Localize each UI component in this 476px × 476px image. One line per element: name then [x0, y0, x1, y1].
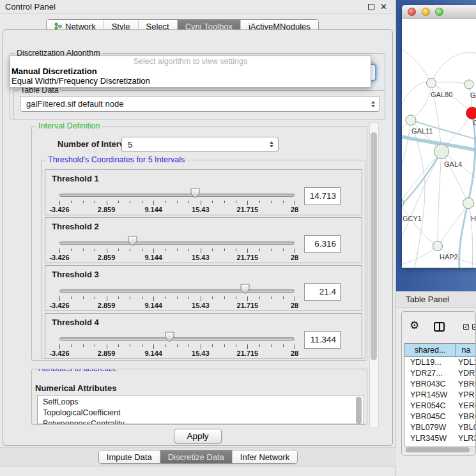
tick-mark — [177, 201, 178, 203]
minimize-traffic-light[interactable] — [422, 8, 430, 16]
slider-thumb[interactable] — [165, 332, 174, 342]
table-cell[interactable]: YBL079W — [405, 422, 456, 433]
apply-button[interactable]: Apply — [174, 429, 222, 443]
table-data-combo[interactable]: galFiltered.sif default node — [20, 96, 380, 112]
table-cell[interactable]: YBR045C — [405, 411, 456, 422]
table-cell[interactable]: YDR2 — [456, 368, 476, 379]
slider-thumb[interactable] — [190, 188, 200, 199]
tick-mark — [295, 201, 295, 205]
number-of-intervals-combo[interactable]: 5 — [121, 137, 279, 152]
tick-mark — [212, 296, 213, 299]
float-window-icon[interactable] — [368, 4, 374, 10]
network-node-c[interactable] — [466, 107, 476, 119]
gear-icon[interactable]: ⚙ — [410, 320, 419, 331]
table-cell[interactable]: YLR345W — [405, 433, 456, 444]
tick-mark — [165, 201, 166, 203]
tick-mark — [59, 344, 60, 349]
threshold-value-field[interactable]: 11.344 — [304, 331, 341, 349]
table-horizontal-scrollbar[interactable] — [404, 446, 476, 452]
tab-impute-data[interactable]: Impute Data — [99, 450, 160, 463]
tab-infer-network[interactable]: Infer Network — [232, 450, 297, 463]
scrollbar-thumb[interactable] — [371, 132, 377, 360]
network-node-h[interactable] — [463, 198, 474, 209]
slider-track[interactable] — [59, 289, 295, 293]
column-header-name[interactable]: na — [456, 344, 476, 357]
network-node-hap2[interactable] — [433, 242, 443, 251]
table-cell[interactable]: YDR27... — [405, 368, 456, 379]
slider-track[interactable] — [59, 242, 295, 245]
table-row[interactable]: YDL19...YDL1 — [405, 357, 476, 368]
threshold-label: Threshold 2 — [52, 222, 99, 231]
table-row[interactable]: YDR27...YDR2 — [405, 368, 476, 379]
tick-mark — [188, 249, 189, 251]
panel-title: Control Panel — [5, 0, 56, 14]
network-edge — [402, 82, 431, 109]
popup-option-equal-width-frequency-discretization[interactable]: Equal Width/Frequency Discretization — [12, 76, 369, 86]
tick-mark — [83, 296, 84, 299]
zoom-traffic-light[interactable] — [435, 8, 443, 16]
table-cell[interactable]: YDL19... — [405, 357, 456, 368]
slider-thumb[interactable] — [128, 236, 137, 247]
scrollbar-thumb[interactable] — [356, 397, 362, 424]
tick-mark — [201, 344, 201, 349]
table-cell[interactable]: YBR0 — [456, 379, 476, 390]
network-node-ga[interactable] — [464, 80, 473, 89]
slider-track[interactable] — [59, 194, 295, 197]
network-view-window[interactable]: GAL80GACGAL11GAL4GCY1HHAP2 — [402, 5, 476, 268]
table-cell[interactable]: YPR145W — [405, 390, 456, 401]
node-label: HAP2 — [440, 253, 458, 261]
column-split-icon[interactable] — [434, 322, 445, 332]
network-edge — [402, 120, 411, 174]
slider-ticks — [59, 296, 295, 302]
table-row[interactable]: YBR043CYBR0 — [405, 379, 476, 390]
tab-label: Impute Data — [107, 452, 152, 462]
table-row[interactable]: YPR145WYPR1 — [405, 390, 476, 401]
scrollbar-thumb[interactable] — [406, 447, 470, 452]
tick-mark — [188, 296, 189, 299]
table-cell[interactable]: YBL0 — [456, 422, 476, 433]
checkbox-icon[interactable]: ✓ — [463, 324, 469, 330]
table-row[interactable]: YBR045CYBR0 — [405, 411, 476, 422]
table-cell[interactable]: YER054C — [405, 401, 456, 411]
table-row[interactable]: YLR345WYLR3 — [405, 433, 476, 444]
network-node-gal11[interactable] — [406, 115, 416, 125]
network-edge — [431, 52, 476, 83]
table-row[interactable]: YBL079WYBL0 — [405, 422, 476, 433]
attribute-item-topologicalcoefficient[interactable]: TopologicalCoefficient — [43, 408, 364, 418]
slider-track[interactable] — [59, 337, 295, 341]
tick-mark — [283, 296, 284, 299]
network-node-gal4[interactable] — [434, 144, 449, 159]
threshold-value-field[interactable]: 14.713 — [304, 187, 341, 205]
checkbox-icon[interactable]: ✓ — [472, 324, 476, 330]
close-traffic-light[interactable] — [408, 8, 416, 16]
tick-mark — [118, 201, 119, 203]
stepper-arrows-icon — [371, 101, 375, 107]
tick-mark — [259, 201, 260, 203]
table-cell[interactable]: YDL1 — [456, 357, 476, 368]
tick-mark — [153, 201, 154, 205]
tick-mark — [201, 201, 201, 205]
threshold-value-field[interactable]: 6.316 — [304, 235, 341, 253]
close-icon[interactable]: ✕ — [380, 1, 387, 13]
settings-vertical-scrollbar[interactable] — [369, 122, 379, 427]
table-cell[interactable]: YBR043C — [405, 379, 456, 390]
threshold-value-field[interactable]: 21.4 — [304, 283, 341, 301]
tick-mark — [236, 201, 236, 203]
table-cell[interactable]: YLR3 — [456, 433, 476, 444]
attribute-item-selfloops[interactable]: SelfLoops — [43, 397, 364, 408]
table-row[interactable]: YER054CYER0 — [405, 401, 476, 411]
network-canvas[interactable]: GAL80GACGAL11GAL4GCY1HHAP2 — [402, 19, 476, 268]
network-node-gcy1[interactable] — [402, 199, 404, 208]
network-node-gal80[interactable] — [427, 79, 436, 88]
attribute-item-betweennesscentrality[interactable]: BetweennessCentrality — [43, 418, 364, 424]
attributes-list[interactable]: SelfLoopsTopologicalCoefficientBetweenne… — [37, 395, 364, 424]
slider-thumb[interactable] — [240, 284, 250, 295]
table-cell[interactable]: YBR0 — [456, 411, 476, 422]
column-header-shared-name[interactable]: shared... — [405, 344, 456, 357]
popup-option-manual-discretization[interactable]: Manual Discretization — [12, 66, 369, 76]
network-window-titlebar[interactable] — [402, 5, 476, 19]
tab-discretize-data[interactable]: Discretize Data — [160, 450, 232, 463]
table-cell[interactable]: YER0 — [456, 401, 476, 411]
table-data-combo-value: galFiltered.sif default node — [26, 99, 123, 109]
table-cell[interactable]: YPR1 — [456, 390, 476, 401]
